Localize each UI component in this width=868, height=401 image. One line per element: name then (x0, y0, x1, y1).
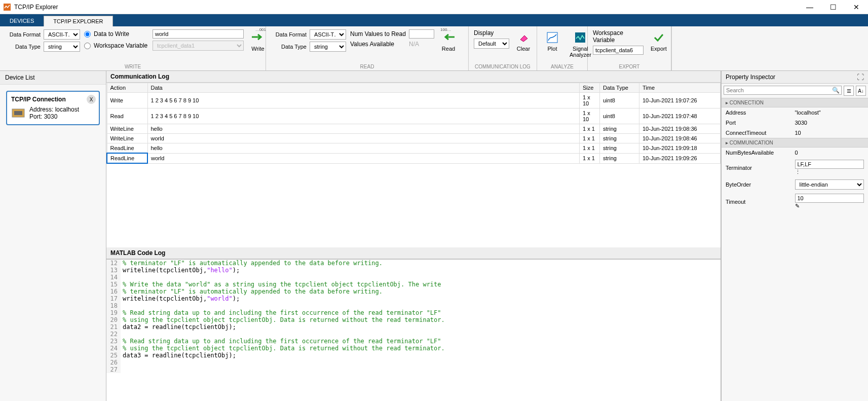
device-list-panel: Device List X TCP/IP Connection Address:… (0, 71, 106, 401)
display-label: Display (474, 29, 494, 37)
values-available-label: Values Available (350, 41, 406, 48)
analyze-section-label: ANALYZE (542, 62, 582, 69)
code-line: 22 (106, 331, 721, 338)
col-data[interactable]: Data (147, 83, 580, 93)
prop-port-value: 3030 (795, 120, 864, 126)
maximize-button[interactable]: ☐ (821, 0, 845, 14)
write-data-format-select[interactable]: ASCII-T… (44, 29, 80, 40)
code-log-container[interactable]: 12% terminator "LF" is automatically app… (106, 259, 721, 401)
device-card[interactable]: X TCP/IP Connection Address: localhost P… (6, 91, 100, 125)
code-line: 21data2 = readline(tcpclientObj); (106, 323, 721, 331)
read-section-label: READ (271, 62, 463, 69)
code-line: 23% Read string data up to and including… (106, 338, 721, 345)
display-select[interactable]: Default (474, 39, 509, 49)
code-line: 25data3 = readline(tcpclientObj); (106, 352, 721, 359)
comm-log-table: Action Data Size Data Type Time Write1 2… (106, 83, 721, 164)
write-data-type-select[interactable]: string (44, 42, 80, 52)
code-line: 18 (106, 302, 721, 309)
prop-connecttimeout-value: 10 (795, 130, 864, 136)
plot-icon (546, 31, 558, 44)
read-data-type-select[interactable]: string (310, 42, 346, 52)
export-workspace-var-input[interactable] (593, 46, 644, 55)
prop-address-value: "localhost" (795, 110, 864, 116)
inspector-header: Property Inspector (726, 74, 857, 81)
prop-terminator-label: Terminator (726, 165, 795, 171)
comm-log-section-label: COMMUNICATION LOG (474, 62, 532, 69)
prop-byteorder-select[interactable]: little-endian (795, 179, 864, 190)
code-line: 26 (106, 359, 721, 366)
code-log-header: MATLAB Code Log (106, 247, 721, 259)
search-icon: 🔍 (832, 87, 840, 94)
property-inspector: Property Inspector ⛶ 🔍 ☰ A↓ ▸ CONNECTION… (721, 71, 868, 401)
read-data-format-label: Data Format (271, 31, 307, 38)
window-title: TCP/IP Explorer (14, 4, 798, 11)
table-row[interactable]: Read1 2 3 4 5 6 7 8 9 101 x 10uint810-Ju… (107, 108, 721, 124)
table-row[interactable]: WriteLinehello1 x 1string10-Jun-2021 19:… (107, 124, 721, 134)
table-row[interactable]: ReadLinehello1 x 1string10-Jun-2021 19:0… (107, 143, 721, 154)
table-row[interactable]: ReadLineworld1 x 1string10-Jun-2021 19:0… (107, 153, 721, 163)
device-card-title: TCP/IP Connection (11, 96, 95, 103)
arrow-left-icon (441, 32, 456, 42)
code-line: 12% terminator "LF" is automatically app… (106, 260, 721, 267)
code-line: 20% using the tcpclient object tcpclient… (106, 316, 721, 323)
sort-button[interactable]: A↓ (856, 86, 866, 96)
device-card-close[interactable]: X (87, 95, 96, 104)
write-badge: …001 (255, 27, 266, 32)
inspector-maximize-icon[interactable]: ⛶ (857, 73, 864, 81)
connection-section-header[interactable]: ▸ CONNECTION (722, 98, 868, 107)
export-workspace-var-label: Workspace Variable (593, 29, 644, 44)
eraser-icon (517, 32, 530, 43)
comm-log-header: Communication Log (106, 71, 721, 83)
col-dtype[interactable]: Data Type (600, 83, 639, 93)
col-size[interactable]: Size (580, 83, 600, 93)
inspector-search-input[interactable] (724, 86, 842, 95)
signal-analyzer-icon (574, 31, 586, 44)
device-list-header: Device List (0, 71, 106, 85)
prop-terminator-input[interactable] (795, 160, 864, 169)
read-data-type-label: Data Type (271, 44, 307, 50)
radio-workspace-variable-label: Workspace Variable (94, 42, 149, 49)
values-available-value: N/A (409, 41, 419, 48)
group-view-button[interactable]: ☰ (844, 86, 854, 96)
plot-button[interactable]: Plot (542, 29, 562, 53)
code-line: 27 (106, 366, 721, 373)
col-action[interactable]: Action (107, 83, 147, 93)
tab-devices[interactable]: DEVICES (0, 15, 44, 26)
write-workspace-var-select[interactable]: tcpclient_data1 (153, 41, 244, 51)
read-badge: 100… (440, 27, 451, 32)
write-button[interactable]: …001 Write (248, 29, 268, 53)
table-row[interactable]: Write1 2 3 4 5 6 7 8 9 101 x 10uint810-J… (107, 93, 721, 108)
device-port: Port: 3030 (29, 113, 79, 120)
close-button[interactable]: ✕ (845, 0, 868, 14)
arrow-right-icon (251, 32, 265, 42)
checkmark-icon (653, 32, 665, 43)
prop-address-label: Address (726, 110, 795, 116)
export-button[interactable]: Export (648, 29, 670, 53)
write-data-type-label: Data Type (5, 44, 41, 50)
read-data-format-select[interactable]: ASCII-T… (310, 29, 346, 40)
communication-section-header[interactable]: ▸ COMMUNICATION (722, 138, 868, 148)
code-line: 14 (106, 274, 721, 281)
table-row[interactable]: WriteLineworld1 x 1string10-Jun-2021 19:… (107, 134, 721, 143)
data-to-write-input[interactable] (153, 29, 244, 39)
comm-log-table-container: Action Data Size Data Type Time Write1 2… (106, 83, 721, 247)
minimize-button[interactable]: — (798, 0, 821, 14)
radio-workspace-variable[interactable] (84, 43, 91, 49)
radio-data-to-write[interactable] (84, 31, 91, 38)
clear-button[interactable]: Clear (513, 29, 534, 53)
prop-numbytes-value: 0 (795, 150, 864, 156)
col-time[interactable]: Time (639, 83, 721, 93)
prop-numbytes-label: NumBytesAvailable (726, 150, 795, 156)
read-button[interactable]: 100… Read (438, 29, 459, 53)
app-icon (3, 3, 11, 11)
prop-timeout-label: Timeout (726, 199, 795, 205)
toolbar: Data Format ASCII-T… Data Type string Da… (0, 26, 868, 71)
num-values-input[interactable] (409, 29, 434, 39)
main-tabbar: DEVICES TCP/IP EXPLORER (0, 14, 868, 26)
tab-tcpip-explorer[interactable]: TCP/IP EXPLORER (44, 16, 112, 26)
prop-timeout-input[interactable] (795, 194, 864, 203)
code-line: 15% Write the data "world" as a string u… (106, 281, 721, 288)
prop-connecttimeout-label: ConnectTimeout (726, 130, 795, 136)
device-address: Address: localhost (29, 106, 79, 113)
num-values-label: Num Values to Read (350, 30, 406, 38)
